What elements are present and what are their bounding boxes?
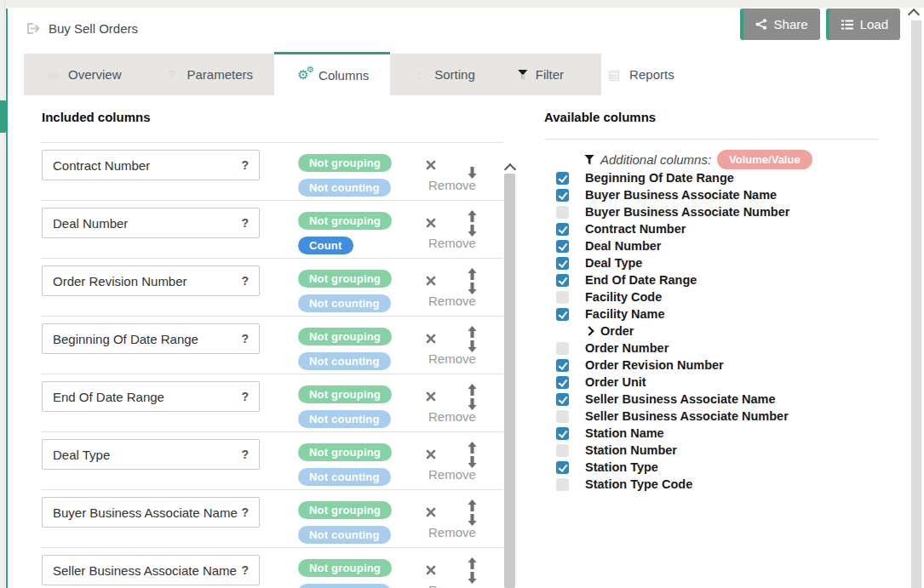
help-icon[interactable]: ? bbox=[241, 448, 249, 461]
move-down-icon[interactable] bbox=[467, 340, 478, 352]
grouping-pill[interactable]: Not grouping bbox=[298, 559, 392, 577]
available-column-row[interactable]: Deal Type bbox=[544, 254, 885, 271]
available-column-row[interactable]: Station Type bbox=[544, 459, 885, 476]
checkbox[interactable] bbox=[556, 274, 569, 287]
available-column-row[interactable]: Station Number bbox=[544, 442, 885, 459]
tab-reports[interactable]: ▤ Reports bbox=[585, 54, 696, 95]
page-scrollbar[interactable] bbox=[911, 20, 921, 588]
available-column-row[interactable]: Seller Business Associate Number bbox=[544, 408, 885, 425]
remove-label[interactable]: Remove bbox=[428, 583, 476, 588]
available-column-row[interactable]: Facility Name bbox=[544, 305, 885, 323]
tab-filter[interactable]: ▼ Filter bbox=[496, 54, 585, 95]
chevron-right-icon[interactable] bbox=[584, 326, 594, 335]
counting-pill[interactable]: Not counting bbox=[298, 352, 391, 370]
remove-x-icon[interactable] bbox=[426, 276, 436, 286]
grouping-pill[interactable]: Not grouping bbox=[298, 443, 392, 461]
checkbox[interactable] bbox=[556, 359, 569, 372]
help-icon[interactable]: ? bbox=[241, 332, 249, 345]
remove-x-icon[interactable] bbox=[426, 391, 436, 402]
checkbox[interactable] bbox=[556, 189, 569, 202]
column-name-input[interactable]: End Of Date Range ? bbox=[42, 381, 260, 412]
available-column-row[interactable]: Station Type Code bbox=[544, 476, 885, 493]
column-name-input[interactable]: Deal Type ? bbox=[42, 439, 260, 470]
checkbox[interactable] bbox=[556, 206, 569, 219]
counting-pill[interactable]: Not counting bbox=[298, 526, 391, 544]
move-down-icon[interactable] bbox=[467, 283, 478, 294]
move-up-icon[interactable] bbox=[467, 500, 478, 511]
remove-label[interactable]: Remove bbox=[428, 525, 476, 539]
checkbox[interactable] bbox=[556, 444, 569, 457]
checkbox[interactable] bbox=[556, 410, 569, 423]
available-column-row[interactable]: Buyer Business Associate Name bbox=[544, 186, 885, 203]
checkbox[interactable] bbox=[556, 393, 569, 406]
grouping-pill[interactable]: Not grouping bbox=[298, 328, 392, 345]
checkbox[interactable] bbox=[556, 478, 569, 491]
counting-pill[interactable]: Not counting bbox=[298, 410, 391, 428]
remove-x-icon[interactable] bbox=[426, 218, 436, 228]
remove-x-icon[interactable] bbox=[426, 565, 436, 575]
available-column-row[interactable]: Beginning Of Date Range bbox=[544, 169, 885, 186]
checkbox[interactable] bbox=[556, 427, 569, 440]
help-icon[interactable]: ? bbox=[241, 274, 249, 288]
checkbox[interactable] bbox=[556, 240, 569, 253]
help-icon[interactable]: ? bbox=[241, 216, 249, 230]
column-name-input[interactable]: Contract Number ? bbox=[42, 150, 260, 180]
move-down-icon[interactable] bbox=[467, 398, 478, 410]
grouping-pill[interactable]: Not grouping bbox=[298, 501, 392, 519]
help-icon[interactable]: ? bbox=[241, 505, 249, 519]
remove-label[interactable]: Remove bbox=[428, 409, 476, 424]
tab-sorting[interactable]: ↕ Sorting bbox=[390, 54, 496, 95]
remove-x-icon[interactable] bbox=[426, 334, 436, 344]
list-scrollbar[interactable] bbox=[504, 174, 515, 588]
checkbox[interactable] bbox=[556, 461, 569, 474]
available-column-row[interactable]: Order Number bbox=[544, 340, 885, 357]
remove-label[interactable]: Remove bbox=[428, 236, 476, 250]
counting-pill[interactable]: Not counting bbox=[298, 468, 391, 486]
checkbox[interactable] bbox=[556, 342, 569, 355]
move-down-icon[interactable] bbox=[467, 225, 478, 237]
checkbox[interactable] bbox=[556, 376, 569, 389]
available-column-row[interactable]: Deal Number bbox=[544, 237, 885, 254]
counting-pill[interactable]: Not counting bbox=[298, 179, 391, 197]
drawer-handle[interactable] bbox=[0, 100, 7, 133]
available-column-row[interactable]: Order bbox=[544, 323, 885, 340]
move-up-icon[interactable] bbox=[467, 442, 478, 454]
tab-overview[interactable]: ◎ Overview bbox=[24, 54, 143, 95]
checkbox[interactable] bbox=[556, 257, 569, 270]
column-name-input[interactable]: Order Revision Number ? bbox=[42, 265, 260, 296]
help-icon[interactable]: ? bbox=[241, 390, 249, 403]
move-down-icon[interactable] bbox=[467, 456, 478, 468]
share-button[interactable]: Share bbox=[740, 9, 820, 40]
tab-parameters[interactable]: ? Parameters bbox=[143, 54, 275, 95]
move-up-icon[interactable] bbox=[467, 210, 478, 222]
checkbox[interactable] bbox=[556, 308, 569, 321]
counting-pill[interactable]: Not counting bbox=[298, 294, 391, 312]
move-down-icon[interactable] bbox=[467, 514, 478, 526]
counting-pill[interactable]: Not counting bbox=[298, 584, 391, 588]
move-up-icon[interactable] bbox=[467, 384, 478, 396]
available-column-row[interactable]: Order Unit bbox=[544, 374, 885, 391]
available-column-row[interactable]: Seller Business Associate Name bbox=[544, 391, 885, 408]
column-name-input[interactable]: Seller Business Associate Name ? bbox=[42, 555, 260, 585]
remove-x-icon[interactable] bbox=[426, 449, 436, 460]
column-name-input[interactable]: Buyer Business Associate Name ? bbox=[42, 497, 260, 528]
move-down-icon[interactable] bbox=[467, 167, 478, 179]
available-column-row[interactable]: Facility Code bbox=[544, 288, 885, 305]
help-icon[interactable]: ? bbox=[241, 158, 249, 172]
remove-label[interactable]: Remove bbox=[428, 294, 476, 308]
column-name-input[interactable]: Beginning Of Date Range ? bbox=[42, 323, 260, 354]
checkbox[interactable] bbox=[556, 223, 569, 236]
volume-value-pill[interactable]: Volume/Value bbox=[717, 150, 812, 169]
column-name-input[interactable]: Deal Number ? bbox=[42, 208, 260, 238]
move-down-icon[interactable] bbox=[467, 572, 478, 584]
remove-label[interactable]: Remove bbox=[428, 467, 476, 482]
grouping-pill[interactable]: Not grouping bbox=[298, 270, 392, 288]
checkbox[interactable] bbox=[556, 291, 569, 304]
checkbox[interactable] bbox=[556, 172, 569, 185]
grouping-pill[interactable]: Not grouping bbox=[298, 385, 392, 403]
grouping-pill[interactable]: Not grouping bbox=[298, 212, 392, 230]
grouping-pill[interactable]: Not grouping bbox=[298, 154, 392, 172]
available-column-row[interactable]: Buyer Business Associate Number bbox=[544, 203, 885, 220]
remove-label[interactable]: Remove bbox=[428, 178, 476, 192]
remove-label[interactable]: Remove bbox=[428, 351, 476, 366]
